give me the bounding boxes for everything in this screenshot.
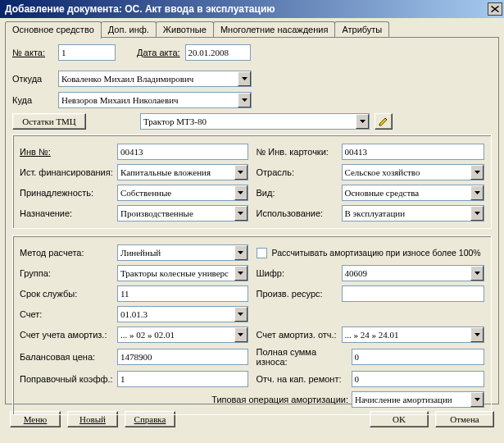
kind-select[interactable]: Основные средства <box>342 185 485 201</box>
tab-main[interactable]: Основное средство <box>5 21 102 39</box>
act-date-label: Дата акта: <box>137 48 180 57</box>
from-value: Коваленко Михаил Владимирович <box>61 74 193 84</box>
tab-label: Многолетние насаждения <box>220 25 328 34</box>
group-select[interactable]: Тракторы колесные универс <box>117 265 248 281</box>
group-label: Группа: <box>20 268 114 278</box>
tab-perennial[interactable]: Многолетние насаждения <box>213 21 335 37</box>
tab-label: Доп. инф. <box>108 25 149 34</box>
industry-label: Отрасль: <box>257 167 338 177</box>
titlebar: Добавление документа: ОС. Акт ввода в эк… <box>0 0 504 18</box>
typop-select[interactable]: Начисление амортизации <box>352 391 484 408</box>
use-value: В эксплуатации <box>345 208 406 218</box>
chevron-down-icon <box>234 165 247 180</box>
ok-button-label: OK <box>393 414 406 424</box>
bal-input[interactable] <box>117 349 248 365</box>
chevron-down-icon <box>470 165 484 180</box>
card-no-input[interactable] <box>342 144 485 160</box>
tabpanel-main: № акта: Дата акта: Откуда Коваленко Миха… <box>5 37 499 404</box>
industry-select[interactable]: Сельское хозяйство <box>342 164 485 180</box>
from-select[interactable]: Коваленко Михаил Владимирович <box>58 71 252 87</box>
group-amortization: Метод расчета: Линейный Рассчитывать амо… <box>12 235 492 415</box>
chevron-down-icon <box>234 185 247 200</box>
chevron-down-icon <box>234 206 247 221</box>
purpose-value: Производственные <box>120 208 193 218</box>
tab-label: Основное средство <box>12 25 94 34</box>
act-no-input[interactable] <box>58 44 116 61</box>
own-select[interactable]: Собственные <box>117 185 248 201</box>
help-button-label: Справка <box>134 414 166 424</box>
own-value: Собственные <box>120 188 171 198</box>
amort-ded-select[interactable]: ... » 24 » 24.01 <box>342 327 485 343</box>
window-title: Добавление документа: ОС. Акт ввода в эк… <box>5 3 275 15</box>
item-value: Трактор МТЗ-80 <box>143 116 207 126</box>
use-select[interactable]: В эксплуатации <box>342 205 485 222</box>
fin-value: Капитальные вложения <box>120 167 211 177</box>
edit-item-button[interactable] <box>375 113 393 130</box>
method-select[interactable]: Линейный <box>117 244 248 261</box>
from-label: Откуда <box>12 74 53 84</box>
pencil-icon <box>378 116 389 127</box>
tabstrip: Основное средство Доп. инф. Животные Мно… <box>0 18 504 37</box>
bal-label: Балансовая цена: <box>20 352 114 362</box>
to-select[interactable]: Невзоров Михаил Николаевич <box>58 92 252 108</box>
new-button-label: Новый <box>79 414 106 424</box>
overwear-checkbox[interactable] <box>257 248 267 258</box>
tab-label: Атрибуты <box>342 25 382 34</box>
code-label: Шифр: <box>257 268 338 278</box>
cancel-button-label: Отмена <box>450 414 479 424</box>
chevron-down-icon <box>234 266 247 281</box>
kind-label: Вид: <box>257 188 338 198</box>
amort-ded-label: Счет амортиз. отч.: <box>257 330 338 340</box>
amort-acct-label: Счет учета амортиз.: <box>20 330 114 340</box>
to-value: Невзоров Михаил Николаевич <box>61 95 179 105</box>
inv-no-label: Инв №: <box>20 147 114 157</box>
chevron-down-icon <box>470 327 484 342</box>
fin-label: Ист. финансирования: <box>20 167 114 177</box>
close-button[interactable] <box>488 2 502 16</box>
res-input[interactable] <box>342 285 485 302</box>
chevron-down-icon <box>470 185 484 200</box>
tab-label: Животные <box>163 25 207 34</box>
method-value: Линейный <box>120 248 161 258</box>
res-label: Произв. ресурс: <box>257 289 338 299</box>
life-input[interactable] <box>117 285 248 302</box>
to-label: Куда <box>12 95 53 105</box>
code-select[interactable]: 40609 <box>342 265 485 281</box>
tab-animals[interactable]: Животные <box>156 21 214 37</box>
tab-extra[interactable]: Доп. инф. <box>101 21 157 37</box>
stock-button-label: Остатки ТМЦ <box>22 116 75 126</box>
chevron-down-icon <box>234 245 247 260</box>
amort-ded-value: ... » 24 » 24.01 <box>345 330 399 340</box>
purpose-select[interactable]: Производственные <box>117 205 248 222</box>
purpose-label: Назначение: <box>20 208 114 218</box>
chevron-down-icon <box>234 327 247 342</box>
chevron-down-icon <box>238 93 251 107</box>
industry-value: Сельское хозяйство <box>345 167 420 177</box>
typop-value: Начисление амортизации <box>355 395 452 404</box>
wear-input[interactable] <box>352 349 485 365</box>
group-value: Тракторы колесные универс <box>120 268 229 278</box>
fin-select[interactable]: Капитальные вложения <box>117 164 248 180</box>
acct-select[interactable]: 01.01.3 <box>117 306 248 322</box>
inv-no-input[interactable] <box>117 144 248 160</box>
coef-input[interactable] <box>117 371 248 387</box>
chevron-down-icon <box>470 392 484 407</box>
chevron-down-icon <box>470 206 484 221</box>
acct-label: Счет: <box>20 309 114 319</box>
typop-label: Типовая операция амортизации: <box>211 395 348 404</box>
stock-button[interactable]: Остатки ТМЦ <box>12 113 86 130</box>
item-select[interactable]: Трактор МТЗ-80 <box>140 113 370 130</box>
menu-button-label: Меню <box>24 414 48 424</box>
overwear-label: Рассчитывать амортизацию при износе боле… <box>272 248 481 258</box>
chevron-down-icon <box>238 71 251 86</box>
kapr-input[interactable] <box>352 371 485 387</box>
tab-attrs[interactable]: Атрибуты <box>334 21 389 37</box>
coef-label: Поправочный коэфф.: <box>20 374 114 384</box>
act-no-label: № акта: <box>12 48 53 57</box>
kapr-label: Отч. на кап. ремонт: <box>257 374 348 384</box>
code-value: 40609 <box>345 268 368 278</box>
chevron-down-icon <box>234 307 247 322</box>
amort-acct-select[interactable]: ... » 02 » 02.01 <box>117 327 248 343</box>
life-label: Срок службы: <box>20 289 114 299</box>
act-date-input[interactable] <box>185 44 251 61</box>
